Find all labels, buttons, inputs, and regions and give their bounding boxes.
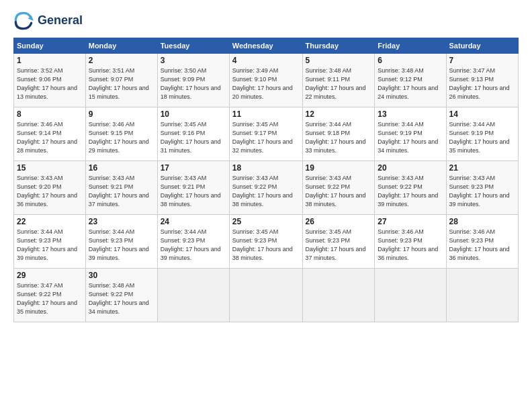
day-info: Sunrise: 3:43 AMSunset: 9:21 PMDaylight:… — [161, 174, 226, 209]
day-number: 29 — [17, 271, 83, 280]
calendar-cell: 15Sunrise: 3:43 AMSunset: 9:20 PMDayligh… — [14, 161, 86, 215]
day-info: Sunrise: 3:44 AMSunset: 9:18 PMDaylight:… — [306, 120, 372, 155]
week-row-4: 29Sunrise: 3:47 AMSunset: 9:22 PMDayligh… — [14, 269, 519, 322]
calendar-cell: 3Sunrise: 3:50 AMSunset: 9:09 PMDaylight… — [157, 54, 229, 107]
day-info: Sunrise: 3:47 AMSunset: 9:22 PMDaylight:… — [17, 281, 83, 316]
calendar-cell — [375, 269, 446, 322]
day-info: Sunrise: 3:49 AMSunset: 9:10 PMDaylight:… — [232, 66, 300, 101]
week-row-3: 22Sunrise: 3:44 AMSunset: 9:23 PMDayligh… — [14, 215, 519, 269]
day-info: Sunrise: 3:44 AMSunset: 9:23 PMDaylight:… — [17, 228, 83, 263]
day-info: Sunrise: 3:48 AMSunset: 9:22 PMDaylight:… — [89, 281, 154, 316]
calendar-cell: 7Sunrise: 3:47 AMSunset: 9:13 PMDaylight… — [446, 54, 518, 107]
day-info: Sunrise: 3:45 AMSunset: 9:17 PMDaylight:… — [232, 120, 300, 155]
calendar-cell — [157, 269, 229, 322]
calendar-cell: 25Sunrise: 3:45 AMSunset: 9:23 PMDayligh… — [229, 215, 302, 269]
day-number: 20 — [378, 163, 443, 173]
day-number: 19 — [306, 163, 372, 173]
day-info: Sunrise: 3:48 AMSunset: 9:12 PMDaylight:… — [378, 66, 443, 101]
day-info: Sunrise: 3:47 AMSunset: 9:13 PMDaylight:… — [449, 66, 515, 101]
logo-icon — [13, 11, 34, 31]
day-info: Sunrise: 3:46 AMSunset: 9:23 PMDaylight:… — [449, 228, 515, 263]
week-row-2: 15Sunrise: 3:43 AMSunset: 9:20 PMDayligh… — [14, 161, 519, 215]
calendar-cell: 24Sunrise: 3:44 AMSunset: 9:23 PMDayligh… — [157, 215, 229, 269]
calendar-cell: 29Sunrise: 3:47 AMSunset: 9:22 PMDayligh… — [14, 269, 86, 322]
calendar-cell: 18Sunrise: 3:43 AMSunset: 9:22 PMDayligh… — [229, 161, 302, 215]
calendar-cell: 19Sunrise: 3:43 AMSunset: 9:22 PMDayligh… — [302, 161, 375, 215]
day-number: 24 — [161, 217, 226, 226]
calendar-cell — [302, 269, 375, 322]
day-number: 2 — [89, 56, 154, 65]
calendar-cell: 12Sunrise: 3:44 AMSunset: 9:18 PMDayligh… — [302, 107, 375, 161]
calendar-cell: 22Sunrise: 3:44 AMSunset: 9:23 PMDayligh… — [14, 215, 86, 269]
day-info: Sunrise: 3:45 AMSunset: 9:23 PMDaylight:… — [306, 228, 372, 263]
calendar-cell: 20Sunrise: 3:43 AMSunset: 9:22 PMDayligh… — [375, 161, 446, 215]
day-info: Sunrise: 3:52 AMSunset: 9:06 PMDaylight:… — [17, 66, 83, 101]
weekday-friday: Friday — [375, 38, 446, 54]
day-info: Sunrise: 3:50 AMSunset: 9:09 PMDaylight:… — [161, 66, 226, 101]
day-number: 3 — [161, 56, 226, 65]
day-number: 26 — [306, 217, 372, 226]
calendar-cell — [446, 269, 518, 322]
day-number: 12 — [306, 109, 372, 119]
weekday-monday: Monday — [85, 38, 157, 54]
day-info: Sunrise: 3:46 AMSunset: 9:15 PMDaylight:… — [89, 120, 154, 155]
weekday-saturday: Saturday — [446, 38, 518, 54]
calendar-cell: 9Sunrise: 3:46 AMSunset: 9:15 PMDaylight… — [85, 107, 157, 161]
day-number: 22 — [17, 217, 83, 226]
day-info: Sunrise: 3:46 AMSunset: 9:23 PMDaylight:… — [378, 228, 443, 263]
day-number: 30 — [89, 271, 154, 280]
day-info: Sunrise: 3:44 AMSunset: 9:23 PMDaylight:… — [161, 228, 226, 263]
day-number: 23 — [89, 217, 154, 226]
calendar-body: 1Sunrise: 3:52 AMSunset: 9:06 PMDaylight… — [14, 54, 519, 322]
calendar-cell: 13Sunrise: 3:44 AMSunset: 9:19 PMDayligh… — [375, 107, 446, 161]
calendar-cell: 14Sunrise: 3:44 AMSunset: 9:19 PMDayligh… — [446, 107, 518, 161]
day-info: Sunrise: 3:44 AMSunset: 9:19 PMDaylight:… — [449, 120, 515, 155]
calendar-cell: 4Sunrise: 3:49 AMSunset: 9:10 PMDaylight… — [229, 54, 302, 107]
day-number: 18 — [232, 163, 300, 173]
day-info: Sunrise: 3:51 AMSunset: 9:07 PMDaylight:… — [89, 66, 154, 101]
calendar-cell: 27Sunrise: 3:46 AMSunset: 9:23 PMDayligh… — [375, 215, 446, 269]
logo: General — [13, 11, 83, 31]
calendar-cell: 2Sunrise: 3:51 AMSunset: 9:07 PMDaylight… — [85, 54, 157, 107]
calendar-cell: 23Sunrise: 3:44 AMSunset: 9:23 PMDayligh… — [85, 215, 157, 269]
day-number: 16 — [89, 163, 154, 173]
weekday-wednesday: Wednesday — [229, 38, 302, 54]
day-info: Sunrise: 3:43 AMSunset: 9:22 PMDaylight:… — [378, 174, 443, 209]
calendar-cell: 17Sunrise: 3:43 AMSunset: 9:21 PMDayligh… — [157, 161, 229, 215]
day-number: 13 — [378, 109, 443, 119]
day-number: 10 — [161, 109, 226, 119]
calendar-cell — [229, 269, 302, 322]
day-number: 8 — [17, 109, 83, 119]
calendar-cell: 8Sunrise: 3:46 AMSunset: 9:14 PMDaylight… — [14, 107, 86, 161]
day-number: 7 — [449, 56, 515, 65]
day-number: 1 — [17, 56, 83, 65]
week-row-0: 1Sunrise: 3:52 AMSunset: 9:06 PMDaylight… — [14, 54, 519, 107]
calendar: SundayMondayTuesdayWednesdayThursdayFrid… — [13, 38, 519, 322]
weekday-sunday: Sunday — [14, 38, 86, 54]
day-number: 17 — [161, 163, 226, 173]
day-number: 28 — [449, 217, 515, 226]
day-info: Sunrise: 3:43 AMSunset: 9:21 PMDaylight:… — [89, 174, 154, 209]
day-number: 15 — [17, 163, 83, 173]
day-number: 27 — [378, 217, 443, 226]
day-info: Sunrise: 3:45 AMSunset: 9:16 PMDaylight:… — [161, 120, 226, 155]
weekday-thursday: Thursday — [302, 38, 375, 54]
calendar-cell: 11Sunrise: 3:45 AMSunset: 9:17 PMDayligh… — [229, 107, 302, 161]
day-info: Sunrise: 3:44 AMSunset: 9:19 PMDaylight:… — [378, 120, 443, 155]
weekday-tuesday: Tuesday — [157, 38, 229, 54]
day-number: 4 — [232, 56, 300, 65]
day-info: Sunrise: 3:43 AMSunset: 9:22 PMDaylight:… — [306, 174, 372, 209]
calendar-cell: 5Sunrise: 3:48 AMSunset: 9:11 PMDaylight… — [302, 54, 375, 107]
calendar-cell: 16Sunrise: 3:43 AMSunset: 9:21 PMDayligh… — [85, 161, 157, 215]
logo-text: General — [38, 14, 83, 28]
day-number: 25 — [232, 217, 300, 226]
day-number: 9 — [89, 109, 154, 119]
week-row-1: 8Sunrise: 3:46 AMSunset: 9:14 PMDaylight… — [14, 107, 519, 161]
calendar-cell: 21Sunrise: 3:43 AMSunset: 9:23 PMDayligh… — [446, 161, 518, 215]
calendar-cell: 30Sunrise: 3:48 AMSunset: 9:22 PMDayligh… — [85, 269, 157, 322]
day-number: 11 — [232, 109, 300, 119]
day-number: 14 — [449, 109, 515, 119]
day-info: Sunrise: 3:46 AMSunset: 9:14 PMDaylight:… — [17, 120, 83, 155]
day-number: 5 — [306, 56, 372, 65]
page: General SundayMondayTuesdayWednesdayThur… — [0, 0, 532, 411]
